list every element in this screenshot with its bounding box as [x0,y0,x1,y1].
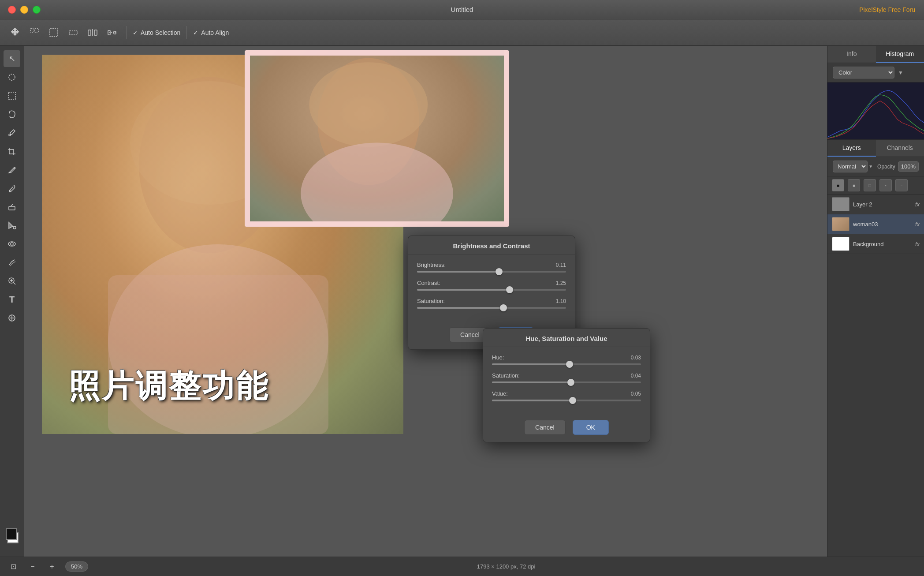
toolbar-align-icon[interactable] [104,25,120,41]
fit-view-button[interactable]: ⊡ [7,561,19,573]
pencil-tool-btn[interactable] [4,161,20,178]
brightness-fill [417,271,499,273]
toolbar-select1-icon[interactable] [26,25,42,41]
toolbar-select3-icon[interactable] [65,25,81,41]
value-slider-track[interactable] [492,400,641,401]
minimize-button[interactable] [20,6,28,14]
layer-item-woman03[interactable]: woman03 fx [827,214,924,234]
contrast-label: Contrast: [417,280,440,286]
svg-rect-4 [88,30,91,35]
tab-histogram[interactable]: Histogram [876,46,924,63]
auto-selection-checkbox[interactable]: ✓ Auto Selection [133,29,180,36]
dropdown-arrow-icon: ▼ [898,70,903,76]
brightness-row: Brightness: 0.11 [417,262,566,273]
preview-window[interactable] [245,50,509,227]
hue-row: Hue: 0.03 [492,354,641,365]
layer-fill-btn[interactable]: ▪ [879,179,892,191]
zoom-level-display[interactable]: 50% [65,561,88,572]
brightness-label: Brightness: [417,262,446,268]
toolbar-move-icon[interactable] [7,25,23,41]
value-label-row: Value: 0.05 [492,390,641,397]
svg-point-15 [13,226,16,229]
tab-layers[interactable]: Layers [827,140,876,157]
preview-inner [250,56,504,221]
layer-soft-btn[interactable]: ■ [848,179,860,191]
contrast-thumb[interactable] [506,286,513,293]
value-row: Value: 0.05 [492,390,641,401]
zoom-in-button[interactable]: + [46,561,58,573]
toolbar-select2-icon[interactable] [46,25,62,41]
color-mode-select[interactable]: Color [833,67,894,79]
eraser-tool-btn[interactable] [4,198,20,215]
layer-item-background[interactable]: Background fx [827,234,924,254]
foreground-swatch[interactable] [6,528,17,540]
marquee-tool-btn[interactable] [4,87,20,104]
check-mark-2: ✓ [193,29,198,36]
contrast-slider-track[interactable] [417,289,566,291]
lasso-tool-btn[interactable] [4,106,20,123]
layer-hard-btn[interactable]: □ [864,179,876,191]
layer2-name: Layer 2 [853,201,912,208]
maximize-button[interactable] [33,6,41,14]
saturation-bc-label: Saturation: [417,298,445,304]
layer-action-buttons: ■ ■ □ ▪ ▫ [827,176,924,194]
svg-rect-3 [69,31,77,35]
hsv-cancel-button[interactable]: Cancel [524,420,566,435]
toolbar-distribute-icon[interactable] [85,25,101,41]
check-mark-1: ✓ [133,29,138,36]
move-tool-btn[interactable]: ↖ [4,50,20,67]
svg-point-17 [11,243,13,245]
traffic-lights [0,6,41,14]
hand-tool-btn[interactable] [4,310,20,326]
hue-thumb[interactable] [566,361,573,368]
contrast-fill [417,289,510,291]
close-button[interactable] [8,6,16,14]
brightness-thumb[interactable] [496,268,503,275]
hsv-ok-button[interactable]: OK [573,420,609,435]
color-mode-row: Color ▼ [827,63,924,82]
value-value: 0.05 [631,391,641,397]
eyedropper-tool-btn[interactable] [4,124,20,141]
zoom-tool-btn[interactable] [4,273,20,289]
blend-dropdown-icon: ▼ [868,164,873,169]
hsv-saturation-label-row: Saturation: 0.04 [492,372,641,379]
text-tool-btn[interactable]: T [4,291,20,308]
background-thumbnail [832,237,849,251]
dialog-bc-title: Brightness and Contrast [408,236,575,254]
selection-tool-btn[interactable] [4,69,20,86]
brush-tool-btn[interactable] [4,180,20,197]
zoom-out-button[interactable]: − [26,561,39,573]
crop-tool-btn[interactable] [4,143,20,160]
hsv-saturation-label: Saturation: [492,372,520,379]
hue-slider-track[interactable] [492,363,641,365]
dialog-bc-body: Brightness: 0.11 Contrast: 1.25 [408,254,575,323]
blend-mode-select[interactable]: Normal [833,161,868,172]
tab-info[interactable]: Info [827,46,876,63]
eye-tool-btn[interactable] [4,236,20,252]
woman03-name: woman03 [853,221,912,228]
saturation-bc-slider-track[interactable] [417,307,566,309]
opacity-value[interactable]: 100% [898,161,919,172]
tab-channels[interactable]: Channels [876,140,924,157]
layer-mask-btn[interactable]: ▫ [895,179,908,191]
layers-list: Layer 2 fx woman03 fx Background fx [827,194,924,557]
saturation-row: Saturation: 1.10 [417,298,566,309]
hsv-saturation-thumb[interactable] [567,379,574,386]
opacity-label: Opacity [877,164,895,170]
brightness-slider-track[interactable] [417,271,566,273]
histogram-area [827,82,924,140]
layer-normal-btn[interactable]: ■ [832,179,844,191]
paint-bucket-tool-btn[interactable] [4,217,20,234]
saturation-bc-thumb[interactable] [500,304,507,311]
svg-rect-0 [30,29,34,32]
hsv-saturation-track[interactable] [492,382,641,383]
auto-selection-label: Auto Selection [141,29,180,36]
value-thumb[interactable] [569,397,576,404]
layer2-fx: fx [915,201,920,208]
auto-align-checkbox[interactable]: ✓ Auto Align [193,29,229,36]
layer-item-layer2[interactable]: Layer 2 fx [827,194,924,214]
svg-rect-11 [8,92,15,99]
left-toolbar: ↖ [0,46,24,557]
hue-fill [492,363,570,365]
smudge-tool-btn[interactable] [4,254,20,271]
